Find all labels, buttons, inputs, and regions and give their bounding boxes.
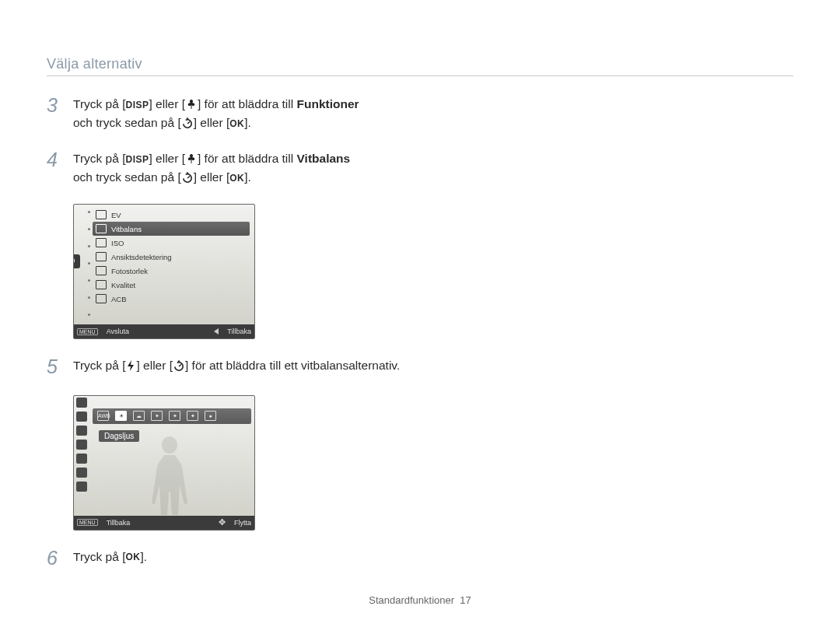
step-5: 5 Tryck på [] eller [] för att bläddra t… bbox=[47, 356, 793, 378]
menu-item-quality-icon: Kvalitet bbox=[93, 278, 250, 292]
wb-option-custom: ● bbox=[205, 411, 216, 421]
disp-button-label: DISP bbox=[125, 98, 149, 113]
camera-lcd-menu: EVVitbalansISOAnsiktsdetekteringFotostor… bbox=[73, 204, 255, 339]
back-triangle-icon bbox=[214, 328, 219, 335]
bottom-right-label: Flytta bbox=[234, 519, 251, 527]
camera-lcd-options: AWB☀☁✦✦✦● Dagsljus MENU Tillbaka ✥ Flytt… bbox=[73, 395, 255, 531]
menu-item-acb-icon: ACB bbox=[93, 292, 250, 306]
wb-icon bbox=[76, 412, 87, 422]
wb-option-fluorescent-h: ✦ bbox=[151, 411, 163, 421]
iso-icon bbox=[76, 426, 87, 436]
lcd-bottom-bar: MENU Avsluta Tillbaka bbox=[74, 324, 254, 338]
step-number: 6 bbox=[47, 548, 67, 569]
step-6: 6 Tryck på [OK]. bbox=[47, 548, 793, 569]
svg-line-5 bbox=[187, 177, 190, 179]
menu-item-iso-icon: ISO bbox=[93, 236, 250, 250]
svg-line-2 bbox=[187, 122, 190, 124]
menu-item-size-icon: Fotostorlek bbox=[93, 264, 250, 278]
size-icon bbox=[96, 266, 107, 275]
bottom-left-label: Tillbaka bbox=[107, 519, 131, 527]
header-divider bbox=[47, 75, 793, 76]
step-text: Tryck på [OK]. bbox=[73, 548, 147, 566]
menu-item-face-icon: Ansiktsdetektering bbox=[93, 250, 250, 264]
step-number: 5 bbox=[47, 356, 67, 378]
menu-item-awb-icon: Vitbalans bbox=[93, 222, 250, 236]
step-text: Tryck på [DISP] eller [] för att bläddra… bbox=[73, 149, 350, 187]
ev-icon bbox=[76, 398, 87, 408]
face-icon bbox=[96, 252, 107, 261]
timer-icon bbox=[173, 359, 185, 372]
face-icon bbox=[76, 440, 87, 450]
menu-button-label: MENU bbox=[77, 328, 98, 335]
ok-button-label: OK bbox=[229, 171, 244, 186]
quality-icon bbox=[76, 468, 87, 478]
lcd-bottom-bar: MENU Tillbaka ✥ Flytta bbox=[74, 516, 254, 530]
iso-icon bbox=[96, 238, 107, 247]
bottom-left-label: Avsluta bbox=[107, 328, 129, 335]
wb-option-tungsten: ✦ bbox=[187, 411, 198, 421]
step-number: 3 bbox=[47, 95, 67, 117]
ok-button-label: OK bbox=[229, 117, 244, 131]
move-nav-icon: ✥ bbox=[219, 517, 226, 527]
flash-icon bbox=[125, 359, 136, 372]
macro-icon bbox=[185, 152, 198, 165]
disp-button-label: DISP bbox=[125, 152, 149, 167]
awb-icon bbox=[96, 224, 107, 233]
quality-icon bbox=[96, 280, 107, 289]
left-icon-column bbox=[76, 398, 87, 492]
svg-rect-7 bbox=[178, 361, 180, 363]
step-text: Tryck på [] eller [] för att bläddra til… bbox=[73, 356, 400, 375]
acb-icon bbox=[76, 482, 87, 492]
step-number: 4 bbox=[47, 149, 67, 171]
wb-option-daylight: ☀ bbox=[115, 411, 127, 421]
svg-rect-4 bbox=[187, 173, 188, 174]
menu-item-ev-icon: EV bbox=[93, 208, 250, 222]
person-silhouette bbox=[142, 430, 197, 516]
acb-icon bbox=[96, 294, 107, 303]
step-3: 3 Tryck på [DISP] eller [] för att blädd… bbox=[47, 95, 793, 132]
page-header: Välja alternativ bbox=[47, 56, 793, 72]
timer-icon bbox=[181, 171, 194, 184]
wb-option-fluorescent-l: ✦ bbox=[169, 411, 180, 421]
wb-option-auto-wb: AWB bbox=[97, 411, 109, 421]
m-icon bbox=[76, 454, 87, 464]
menu-button-label: MENU bbox=[77, 519, 98, 526]
svg-line-8 bbox=[179, 365, 181, 367]
bottom-right-label: Tillbaka bbox=[227, 328, 251, 335]
step-4: 4 Tryck på [DISP] eller [] för att blädd… bbox=[47, 149, 793, 187]
selected-option-label: Dagsljus bbox=[99, 430, 139, 442]
camera-icon bbox=[73, 254, 80, 268]
ev-icon bbox=[96, 210, 107, 219]
scroll-dots bbox=[88, 211, 90, 316]
wb-option-cloudy: ☁ bbox=[133, 411, 145, 421]
timer-icon bbox=[181, 117, 194, 129]
menu-list: EVVitbalansISOAnsiktsdetekteringFotostor… bbox=[93, 208, 250, 306]
wb-option-strip: AWB☀☁✦✦✦● bbox=[93, 408, 251, 424]
svg-rect-1 bbox=[187, 118, 188, 120]
step-text: Tryck på [DISP] eller [] för att bläddra… bbox=[73, 95, 359, 132]
ok-button-label: OK bbox=[125, 550, 140, 565]
page-footer: Standardfunktioner 17 bbox=[0, 594, 840, 606]
macro-icon bbox=[185, 98, 198, 110]
